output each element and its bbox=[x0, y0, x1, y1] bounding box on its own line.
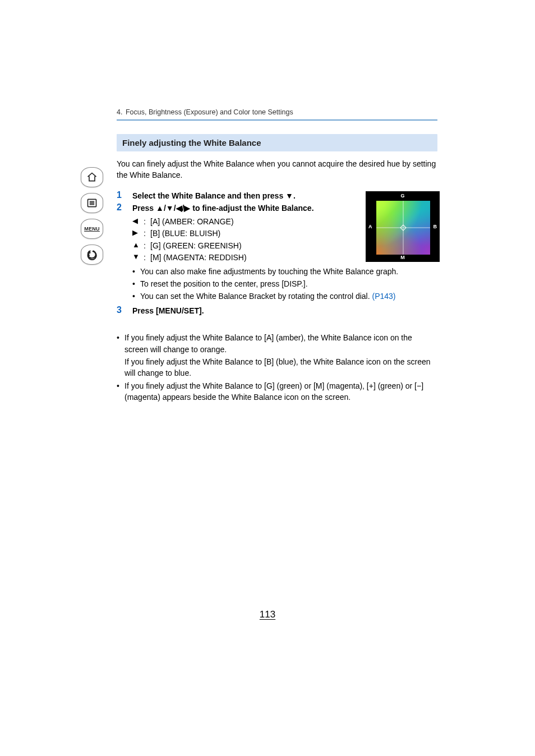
intro-text: You can finely adjust the White Balance … bbox=[117, 158, 437, 181]
step-2-bullet-2-text: To reset the position to the center, pre… bbox=[140, 279, 437, 290]
wb-graph-frame: G M A B bbox=[366, 191, 440, 262]
home-button[interactable] bbox=[81, 167, 103, 187]
breadcrumb: 4. Focus, Brightness (Exposure) and Colo… bbox=[117, 108, 437, 116]
content-area: 4. Focus, Brightness (Exposure) and Colo… bbox=[117, 108, 437, 404]
step-2-bullet-3: •You can set the White Balance Bracket b… bbox=[132, 291, 437, 302]
back-icon bbox=[86, 249, 98, 260]
arrow-right-line: ▶ : [B] (BLUE: BLUISH) bbox=[132, 228, 345, 239]
breadcrumb-num: 4. bbox=[117, 108, 122, 116]
note-2-text: If you finely adjust the White Balance t… bbox=[124, 380, 437, 403]
arrow-up-icon: ▲ bbox=[132, 240, 144, 251]
wb-label-b: B bbox=[433, 224, 437, 229]
breadcrumb-title: Focus, Brightness (Exposure) and Color t… bbox=[126, 108, 293, 116]
link-p143[interactable]: (P143) bbox=[372, 292, 396, 301]
home-icon bbox=[86, 172, 98, 183]
notes: •If you finely adjust the White Balance … bbox=[117, 332, 437, 403]
arrow-down-text: [M] (MAGENTA: REDDISH) bbox=[150, 252, 345, 263]
step-2-bullets: •You can also make fine adjustments by t… bbox=[132, 266, 437, 302]
step-2-num: 2 bbox=[117, 202, 132, 303]
arrow-up-line: ▲ : [G] (GREEN: GREENISH) bbox=[132, 240, 345, 251]
wb-center-marker bbox=[400, 224, 406, 231]
arrow-left-icon: ◀ bbox=[132, 216, 144, 227]
arrow-right-icon: ▶ bbox=[132, 228, 144, 238]
wb-graph-figure: G M A B bbox=[366, 191, 440, 262]
back-button[interactable] bbox=[81, 245, 103, 265]
step-3-num: 3 bbox=[117, 305, 132, 316]
sidebar-nav: MENU bbox=[80, 167, 104, 265]
step-3: 3 Press [MENU/SET]. bbox=[117, 305, 437, 316]
arrow-down-icon: ▼ bbox=[132, 252, 144, 262]
page-number: 113 bbox=[260, 609, 275, 620]
arrow-left-colon: : bbox=[144, 216, 150, 227]
note-1: •If you finely adjust the White Balance … bbox=[117, 332, 437, 355]
note-2: •If you finely adjust the White Balance … bbox=[117, 380, 437, 403]
arrow-right-text: [B] (BLUE: BLUISH) bbox=[150, 228, 345, 239]
wb-label-a: A bbox=[368, 224, 372, 229]
section-heading-box: Finely adjusting the White Balance bbox=[117, 134, 437, 151]
wb-label-g: G bbox=[400, 193, 404, 199]
note-1-text: If you finely adjust the White Balance t… bbox=[124, 332, 437, 355]
arrow-left-line: ◀ : [A] (AMBER: ORANGE) bbox=[132, 216, 345, 227]
step-2-bullet-3-text: You can set the White Balance Bracket by… bbox=[140, 291, 437, 302]
section-heading: Finely adjusting the White Balance bbox=[122, 138, 432, 147]
menu-button[interactable]: MENU bbox=[81, 219, 103, 239]
arrow-left-text: [A] (AMBER: ORANGE) bbox=[150, 216, 345, 227]
page: MENU 4. Focus, Brightness (Exposure) and… bbox=[0, 0, 535, 756]
step-2-arrows: ◀ : [A] (AMBER: ORANGE) ▶ : [B] (BLUE: B… bbox=[132, 216, 345, 263]
step-3-text: Press [MENU/SET]. bbox=[132, 306, 204, 315]
step-2-bullet-1-text: You can also make fine adjustments by to… bbox=[140, 266, 437, 278]
step-2-text: Press ▲/▼/◀/▶ to fine-adjust the White B… bbox=[132, 204, 314, 213]
steps: G M A B 1 Select the White Balance and t… bbox=[117, 190, 437, 317]
divider bbox=[117, 119, 437, 121]
wb-label-m: M bbox=[400, 255, 405, 260]
menu-label: MENU bbox=[84, 226, 100, 232]
arrow-down-line: ▼ : [M] (MAGENTA: REDDISH) bbox=[132, 252, 345, 263]
toc-button[interactable] bbox=[81, 193, 103, 213]
step-2-bullet-2: •To reset the position to the center, pr… bbox=[132, 279, 437, 290]
step-2-bullet-1: •You can also make fine adjustments by t… bbox=[132, 266, 437, 278]
arrow-up-text: [G] (GREEN: GREENISH) bbox=[150, 240, 345, 251]
step-1-text: Select the White Balance and then press … bbox=[132, 191, 296, 200]
toc-icon bbox=[86, 197, 98, 209]
arrow-up-colon: : bbox=[144, 240, 150, 251]
arrow-right-colon: : bbox=[144, 228, 150, 239]
wb-graph[interactable] bbox=[376, 201, 430, 255]
note-1-cont: If you finely adjust the White Balance t… bbox=[124, 356, 437, 379]
wb-color-field bbox=[376, 201, 430, 255]
step-2-bullet-3-pre: You can set the White Balance Bracket by… bbox=[140, 292, 372, 301]
step-1-num: 1 bbox=[117, 190, 132, 201]
arrow-down-colon: : bbox=[144, 252, 150, 263]
